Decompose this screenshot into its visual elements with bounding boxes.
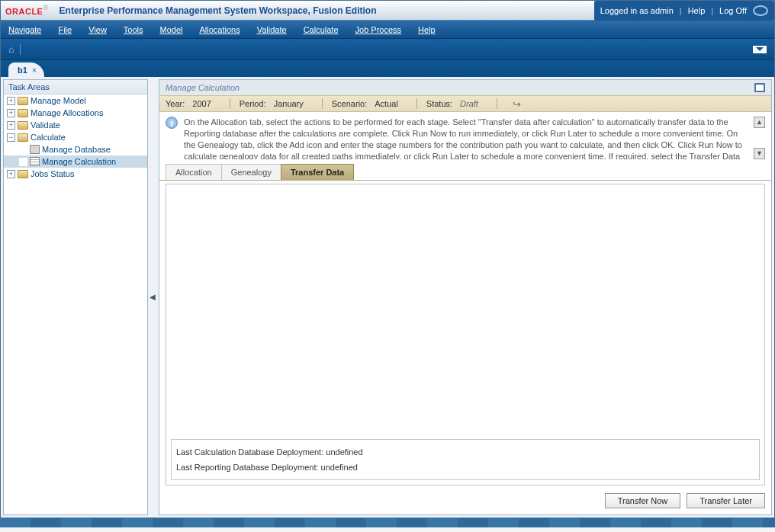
pov-filter-bar: Year: 2007 Period: January Scenario: Act… [159, 95, 771, 112]
folder-icon [18, 109, 28, 117]
tree-item-label: Manage Allocations [31, 108, 103, 117]
main-panel: Manage Calculation Year: 2007 Period: Ja… [159, 79, 772, 515]
menu-tools[interactable]: Tools [124, 25, 143, 34]
folder-icon [18, 170, 28, 178]
tree-item-validate[interactable]: +Validate [4, 119, 147, 131]
folder-icon [18, 97, 28, 105]
menu-bar: Navigate File View Tools Model Allocatio… [1, 21, 774, 39]
db-icon [30, 145, 40, 154]
tree-item-manage-calculation[interactable]: Manage Calculation [4, 155, 147, 168]
app-header: ORACLE® Enterprise Performance Managemen… [1, 1, 774, 21]
app-title: Enterprise Performance Management System… [59, 5, 377, 16]
tree-toggle-icon[interactable]: + [7, 170, 15, 178]
help-link[interactable]: Help [688, 6, 706, 15]
tree-toggle-icon [19, 146, 27, 154]
logged-in-text: Logged in as admin [600, 6, 674, 15]
grid-icon [30, 157, 40, 166]
document-tab-strip: b1 × [1, 60, 774, 77]
tree-item-label: Validate [31, 120, 60, 130]
menu-calculate[interactable]: Calculate [304, 25, 339, 34]
transfer-now-button[interactable]: Transfer Now [605, 493, 681, 508]
year-value[interactable]: 2007 [192, 99, 211, 108]
instruction-text: On the Allocation tab, select the action… [184, 117, 748, 159]
tree-item-label: Manage Database [42, 145, 111, 154]
refresh-icon[interactable]: ↪ [513, 98, 521, 110]
close-tab-icon[interactable]: × [32, 66, 37, 75]
scroll-down-icon[interactable]: ▼ [754, 148, 765, 159]
deployment-info-box: Last Calculation Database Deployment: un… [171, 439, 760, 480]
menu-model[interactable]: Model [160, 25, 183, 34]
document-tab-label: b1 [18, 66, 27, 75]
tree-item-jobs-status[interactable]: +Jobs Status [4, 168, 147, 180]
last-reporting-deployment: Last Reporting Database Deployment: unde… [176, 460, 754, 475]
menu-navigate[interactable]: Navigate [8, 25, 41, 34]
home-icon[interactable]: ⌂ [8, 44, 14, 55]
menu-jobprocess[interactable]: Job Process [355, 25, 402, 34]
status-bar [0, 518, 775, 527]
calc-tabs: Allocation Genealogy Transfer Data [159, 164, 771, 181]
document-tab-b1[interactable]: b1 × [8, 62, 44, 77]
period-value[interactable]: January [274, 99, 304, 108]
tree-toggle-icon[interactable]: + [7, 97, 15, 105]
sub-toolbar: ⌂ [1, 39, 774, 60]
tree-item-label: Calculate [31, 133, 66, 142]
splitter-handle[interactable] [151, 79, 156, 515]
info-icon: i [166, 117, 178, 129]
tab-genealogy[interactable]: Genealogy [221, 164, 281, 180]
tab-allocation[interactable]: Allocation [166, 164, 222, 180]
collapse-toggle-icon[interactable] [753, 46, 767, 53]
scenario-label: Scenario: [332, 99, 367, 108]
menu-validate[interactable]: Validate [257, 25, 287, 34]
tree-item-label: Manage Calculation [42, 157, 116, 166]
tree-toggle-icon[interactable]: + [7, 121, 15, 130]
brand-oval-icon [753, 5, 768, 16]
tree-item-manage-database[interactable]: Manage Database [4, 143, 147, 155]
transfer-later-button[interactable]: Transfer Later [687, 493, 765, 508]
scroll-up-icon[interactable]: ▲ [754, 117, 765, 128]
tree-item-label: Jobs Status [31, 169, 74, 178]
folder-icon [18, 121, 28, 130]
tab-transfer-data[interactable]: Transfer Data [281, 164, 354, 180]
oracle-logo: ORACLE® [5, 4, 49, 17]
logoff-link[interactable]: Log Off [719, 6, 747, 15]
maximize-icon[interactable] [754, 83, 765, 92]
menu-file[interactable]: File [58, 25, 72, 34]
main-panel-title: Manage Calculation [166, 83, 240, 92]
period-label: Period: [240, 99, 266, 108]
task-tree: +Manage Model+Manage Allocations+Validat… [4, 95, 147, 514]
status-label: Status: [426, 99, 452, 108]
menu-help[interactable]: Help [418, 25, 436, 34]
tree-toggle-icon[interactable]: + [7, 109, 15, 117]
status-value: Draft [460, 99, 478, 108]
tree-toggle-icon [19, 158, 27, 166]
menu-allocations[interactable]: Allocations [200, 25, 240, 34]
task-areas-panel: Task Areas +Manage Model+Manage Allocati… [3, 79, 148, 515]
folder-icon [18, 133, 28, 142]
transfer-data-content: Last Calculation Database Deployment: un… [166, 184, 765, 486]
tree-item-calculate[interactable]: −Calculate [4, 131, 147, 143]
scenario-value[interactable]: Actual [375, 99, 398, 108]
task-areas-title: Task Areas [4, 80, 147, 95]
tree-toggle-icon[interactable]: − [7, 133, 15, 142]
tree-item-manage-allocations[interactable]: +Manage Allocations [4, 107, 147, 119]
year-label: Year: [166, 99, 185, 108]
menu-view[interactable]: View [88, 25, 107, 34]
last-calc-deployment: Last Calculation Database Deployment: un… [176, 444, 754, 460]
tree-item-label: Manage Model [31, 96, 86, 105]
tree-item-manage-model[interactable]: +Manage Model [4, 95, 147, 107]
